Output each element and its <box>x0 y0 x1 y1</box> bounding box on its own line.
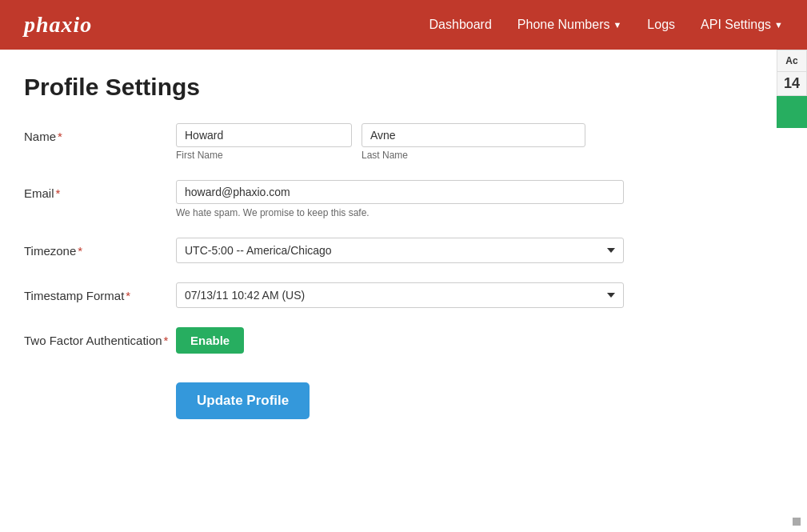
timestamp-field-wrapper: 07/13/11 10:42 AM (US) 13/07/11 10:42 AM… <box>176 282 624 308</box>
last-name-label: Last Name <box>362 150 585 161</box>
nav-links: Dashboard Phone Numbers Logs API Setting… <box>429 18 783 32</box>
name-label: Name* <box>24 123 176 143</box>
two-factor-field: Enable <box>176 327 244 354</box>
timestamp-group: Timestamp Format* 07/13/11 10:42 AM (US)… <box>24 282 680 308</box>
panel-header: Ac <box>777 50 807 72</box>
email-label: Email* <box>24 180 176 200</box>
timestamp-label: Timestamp Format* <box>24 282 176 302</box>
nav-logs[interactable]: Logs <box>647 18 675 32</box>
panel-green <box>777 96 807 128</box>
timestamp-select[interactable]: 07/13/11 10:42 AM (US) 13/07/11 10:42 AM… <box>176 282 624 308</box>
name-fields: First Name Last Name <box>176 123 585 161</box>
email-field-wrapper: We hate spam. We promise to keep this sa… <box>176 180 624 218</box>
nav-dashboard[interactable]: Dashboard <box>429 18 492 32</box>
name-group: Name* First Name Last Name <box>24 123 680 161</box>
page-title: Profile Settings <box>24 74 680 101</box>
nav-phone-numbers[interactable]: Phone Numbers <box>517 18 622 32</box>
main-content: Profile Settings Name* First Name Last N… <box>0 50 704 443</box>
timezone-field-wrapper: UTC-5:00 -- America/Chicago UTC-8:00 -- … <box>176 238 624 263</box>
email-input[interactable] <box>176 180 624 204</box>
two-factor-group: Two Factor Authentication* Enable <box>24 327 680 354</box>
right-panel: Ac 14 <box>777 50 807 128</box>
first-name-label: First Name <box>176 150 352 161</box>
first-name-input[interactable] <box>176 123 352 147</box>
last-name-input[interactable] <box>362 123 585 147</box>
email-hint: We hate spam. We promise to keep this sa… <box>176 207 624 218</box>
two-factor-label: Two Factor Authentication* <box>24 327 176 347</box>
name-sub-labels: First Name Last Name <box>176 147 585 161</box>
nav-api-settings[interactable]: API Settings <box>701 18 783 32</box>
timezone-label: Timezone* <box>24 238 176 258</box>
logo: phaxio <box>24 12 92 38</box>
email-group: Email* We hate spam. We promise to keep … <box>24 180 680 218</box>
timezone-select[interactable]: UTC-5:00 -- America/Chicago UTC-8:00 -- … <box>176 238 624 263</box>
update-profile-button[interactable]: Update Profile <box>176 382 310 419</box>
panel-number: 14 <box>777 72 807 96</box>
name-pair <box>176 123 585 147</box>
enable-button[interactable]: Enable <box>176 327 244 354</box>
timezone-group: Timezone* UTC-5:00 -- America/Chicago UT… <box>24 238 680 263</box>
navigation: phaxio Dashboard Phone Numbers Logs API … <box>0 0 807 50</box>
